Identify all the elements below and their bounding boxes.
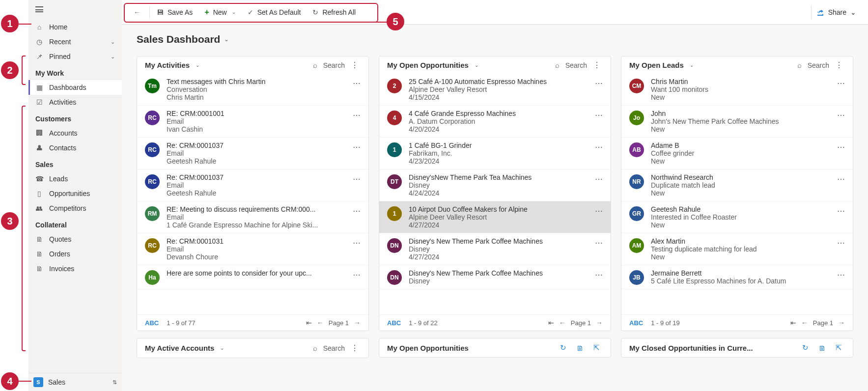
row-more-button[interactable]: ⋯ — [837, 206, 845, 216]
list-item[interactable]: JBJermaine Berrett5 Café Lite Espresso M… — [621, 265, 853, 289]
set-default-button[interactable]: ✓Set As Default — [243, 5, 306, 19]
share-button[interactable]: Share ⌄ — [811, 5, 861, 19]
list-item[interactable]: 110 Airpot Duo Coffee Makers for AlpineA… — [379, 201, 611, 233]
hamburger-button[interactable] — [28, 0, 122, 20]
chevron-down-icon[interactable]: ⌄ — [475, 62, 478, 68]
list-item[interactable]: HaHere are some points to consider for y… — [137, 265, 368, 289]
row-more-button[interactable]: ⋯ — [595, 142, 603, 152]
nav-leads[interactable]: ☎︎ Leads — [28, 171, 122, 186]
prev-page-button[interactable]: ← — [801, 319, 808, 327]
list-item[interactable]: RCRE: CRM:0001001EmailIvan Cashin⋯ — [137, 106, 368, 138]
row-more-button[interactable]: ⋯ — [837, 79, 845, 88]
nav-activities[interactable]: ☑ Activities — [28, 95, 122, 110]
nav-accounts[interactable]: 🏢︎ Accounts — [28, 126, 122, 140]
prev-page-button[interactable]: ← — [317, 319, 324, 327]
page-title[interactable]: Sales Dashboard ⌄ — [137, 33, 853, 45]
list-item[interactable]: JoJohnJohn's New Theme Park Coffee Machi… — [621, 106, 853, 138]
row-more-button[interactable]: ⋯ — [353, 79, 361, 88]
list-item[interactable]: 11 Café BG-1 GrinderFabrikam, Inc.4/23/2… — [379, 138, 611, 169]
row-more-button[interactable]: ⋯ — [837, 270, 845, 279]
next-page-button[interactable]: → — [354, 319, 361, 327]
nav-opportunities[interactable]: ▯ Opportunities — [28, 186, 122, 201]
nav-area-switcher[interactable]: S Sales ⇅ — [28, 373, 122, 391]
card-title[interactable]: My Open Opportunities — [387, 61, 469, 69]
refresh-icon[interactable]: ↻ — [557, 343, 569, 352]
card-list[interactable]: CMChris MartinWant 100 monitorsNew⋯JoJoh… — [621, 74, 853, 314]
abc-filter[interactable]: ABC — [387, 319, 401, 327]
card-search[interactable]: ⌕Search — [313, 344, 345, 352]
card-more-button[interactable]: ⋮ — [349, 343, 361, 353]
row-more-button[interactable]: ⋯ — [353, 174, 361, 184]
back-button[interactable]: ← — [129, 5, 145, 19]
row-more-button[interactable]: ⋯ — [595, 270, 603, 279]
nav-dashboards[interactable]: ▦ Dashboards — [28, 80, 122, 95]
row-more-button[interactable]: ⋯ — [353, 111, 361, 120]
card-title[interactable]: My Active Accounts — [145, 344, 214, 352]
nav-pinned[interactable]: 📌︎ Pinned ⌄ — [28, 49, 122, 64]
nav-competitors[interactable]: 👥︎ Competitors — [28, 201, 122, 216]
list-item[interactable]: RCRe: CRM:0001031EmailDevansh Choure⋯ — [137, 233, 368, 265]
card-more-button[interactable]: ⋮ — [591, 60, 603, 70]
first-page-button[interactable]: ⇤ — [306, 319, 312, 327]
list-item[interactable]: DTDisney'sNew Theme Park Tea MachinesDis… — [379, 169, 611, 201]
card-search[interactable]: ⌕Search — [797, 61, 829, 69]
records-icon[interactable]: 🗎︎ — [573, 344, 587, 352]
card-title[interactable]: My Activities — [145, 61, 190, 69]
list-item[interactable]: TmText messages with Chris MartinConvers… — [137, 74, 368, 106]
refresh-icon[interactable]: ↻ — [799, 343, 812, 352]
card-title[interactable]: My Open Leads — [629, 61, 684, 69]
list-item[interactable]: 225 Café A-100 Automatic Espresso Machin… — [379, 74, 611, 106]
nav-quotes[interactable]: 🗎︎ Quotes — [28, 232, 122, 247]
list-item[interactable]: AMAlex MartinTesting duplicate matching … — [621, 233, 853, 265]
list-item[interactable]: RMRE: Meeting to discuss requirements CR… — [137, 201, 368, 233]
first-page-button[interactable]: ⇤ — [790, 319, 796, 327]
prev-page-button[interactable]: ← — [559, 319, 566, 327]
row-more-button[interactable]: ⋯ — [837, 174, 845, 184]
next-page-button[interactable]: → — [596, 319, 603, 327]
list-item[interactable]: DNDisney's New Theme Park Coffee Machine… — [379, 265, 611, 289]
list-item[interactable]: ABAdame BCoffee grinderNew⋯ — [621, 138, 853, 169]
chevron-down-icon[interactable]: ⌄ — [196, 62, 199, 68]
list-item[interactable]: NRNorthwind ResearchDuplicate match lead… — [621, 169, 853, 201]
chevron-down-icon[interactable]: ⌄ — [220, 345, 224, 351]
list-item[interactable]: CMChris MartinWant 100 monitorsNew⋯ — [621, 74, 853, 106]
row-more-button[interactable]: ⋯ — [353, 142, 361, 152]
list-item[interactable]: RCRe: CRM:0001037EmailGeetesh Rahule⋯ — [137, 169, 368, 201]
next-page-button[interactable]: → — [838, 319, 845, 327]
save-as-button[interactable]: 💾︎Save As — [152, 5, 197, 19]
nav-orders[interactable]: 🗎︎ Orders — [28, 247, 122, 261]
card-list[interactable]: TmText messages with Chris MartinConvers… — [137, 74, 368, 314]
list-item[interactable]: GRGeetesh RahuleInterested in Coffee Roa… — [621, 201, 853, 233]
card-list[interactable]: 225 Café A-100 Automatic Espresso Machin… — [379, 74, 611, 314]
new-button[interactable]: +New⌄ — [199, 5, 240, 20]
records-icon[interactable]: 🗎︎ — [815, 344, 829, 352]
row-more-button[interactable]: ⋯ — [837, 142, 845, 152]
nav-contacts[interactable]: 👤︎ Contacts — [28, 140, 122, 155]
nav-invoices[interactable]: 🗎︎ Invoices — [28, 261, 122, 276]
row-more-button[interactable]: ⋯ — [595, 111, 603, 120]
list-item[interactable]: 44 Café Grande Espresso MachinesA. Datum… — [379, 106, 611, 138]
chevron-down-icon[interactable]: ⌄ — [690, 62, 694, 68]
card-more-button[interactable]: ⋮ — [349, 60, 361, 70]
card-more-button[interactable]: ⋮ — [833, 60, 845, 70]
card-search[interactable]: ⌕Search — [313, 61, 345, 69]
list-item[interactable]: RCRe: CRM:0001037EmailGeetesh Rahule⋯ — [137, 138, 368, 169]
refresh-all-button[interactable]: ↻Refresh All — [308, 5, 361, 19]
abc-filter[interactable]: ABC — [629, 319, 643, 327]
list-item[interactable]: DNDisney's New Theme Park Coffee Machine… — [379, 233, 611, 265]
card-title[interactable]: My Closed Opportunities in Curre... — [629, 344, 753, 352]
abc-filter[interactable]: ABC — [145, 319, 159, 327]
first-page-button[interactable]: ⇤ — [548, 319, 554, 327]
card-search[interactable]: ⌕Search — [555, 61, 587, 69]
card-title[interactable]: My Open Opportunities — [387, 344, 469, 352]
row-more-button[interactable]: ⋯ — [595, 238, 603, 248]
row-more-button[interactable]: ⋯ — [595, 174, 603, 184]
expand-icon[interactable]: ⇱ — [833, 343, 845, 352]
row-more-button[interactable]: ⋯ — [837, 238, 845, 248]
row-more-button[interactable]: ⋯ — [595, 79, 603, 88]
row-more-button[interactable]: ⋯ — [353, 270, 361, 279]
expand-icon[interactable]: ⇱ — [590, 343, 603, 352]
nav-home[interactable]: ⌂ Home — [28, 20, 122, 34]
row-more-button[interactable]: ⋯ — [353, 238, 361, 248]
nav-recent[interactable]: ◷ Recent ⌄ — [28, 34, 122, 49]
